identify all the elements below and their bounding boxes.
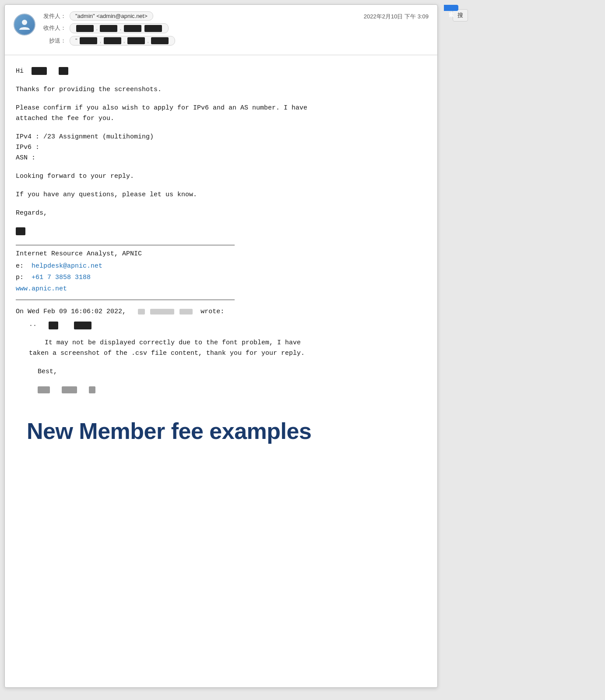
from-value: "admin" <admin@apnic.net> bbox=[70, 11, 153, 21]
para2: Please confirm if you also wish to apply… bbox=[16, 103, 426, 124]
signature-line-top bbox=[16, 245, 235, 245]
quoted-section: On Wed Feb 09 16:06:02 2022, wrote: ·· bbox=[16, 307, 426, 396]
avatar bbox=[14, 14, 38, 38]
name-redacted-2 bbox=[59, 67, 68, 75]
quoted-body: ·· It may not be displayed correctly due… bbox=[29, 321, 426, 396]
quoted-name-2 bbox=[74, 322, 91, 329]
sig-website-row: www.apnic.net bbox=[16, 284, 426, 294]
email-window: 搜 搜索 bbox=[4, 4, 438, 688]
to-value: , , bbox=[70, 23, 169, 33]
greeting-line: Hi bbox=[16, 66, 426, 77]
sig-website-link[interactable]: www.apnic.net bbox=[16, 285, 67, 293]
q-name-r2 bbox=[62, 386, 77, 393]
email-header: 发件人： "admin" <admin@apnic.net> 收件人： , , bbox=[5, 5, 437, 55]
to-row: 收件人： , , bbox=[42, 23, 429, 33]
footer-image-area: New Member fee examples bbox=[16, 404, 426, 458]
search-button[interactable]: 搜 bbox=[453, 9, 468, 21]
sig-phone-link[interactable]: +61 7 3858 3188 bbox=[32, 274, 91, 281]
quoted-name-1 bbox=[49, 322, 58, 329]
email-body: Hi Thanks for providing the screenshots.… bbox=[5, 55, 437, 469]
quoted-sender-redacted bbox=[138, 308, 197, 315]
quoted-dots-line: ·· bbox=[29, 321, 426, 331]
sig-title: Internet Resource Analyst, APNIC bbox=[16, 249, 426, 259]
to-label: 收件人： bbox=[42, 24, 66, 32]
quoted-sender-name bbox=[38, 385, 426, 396]
sig-email-row: e: helpdesk@apnic.net bbox=[16, 261, 426, 272]
sig-phone-row: p: +61 7 3858 3188 bbox=[16, 272, 426, 283]
quoted-best: Best, bbox=[38, 367, 426, 377]
sender-name-block bbox=[16, 227, 25, 235]
ipv4-line: IPv4 : /23 Assignment (multihoming) bbox=[16, 133, 154, 141]
quoted-header: On Wed Feb 09 16:06:02 2022, wrote: bbox=[16, 307, 426, 317]
name-redacted-1 bbox=[32, 67, 47, 75]
asn-line: ASN : bbox=[16, 154, 35, 162]
signature-line-bottom bbox=[16, 300, 235, 300]
cc-redacted-1 bbox=[80, 37, 97, 44]
ipv6-line: IPv6 : bbox=[16, 144, 39, 151]
to-redacted-4 bbox=[144, 25, 162, 32]
sig-phone-label: p: bbox=[16, 274, 24, 281]
regards: Regards, bbox=[16, 208, 426, 219]
cc-row: 抄送： " , , , bbox=[42, 36, 429, 46]
quoted-text: It may not be displayed correctly due to… bbox=[29, 338, 426, 359]
sig-email-link[interactable]: helpdesk@apnic.net bbox=[32, 262, 102, 270]
cc-label: 抄送： bbox=[42, 37, 66, 45]
sig-email-label: e: bbox=[16, 262, 24, 270]
side-tab[interactable]: 搜索 bbox=[444, 5, 458, 11]
from-label: 发件人： bbox=[42, 12, 66, 20]
para3: Looking forward to your reply. bbox=[16, 171, 426, 182]
q-name-r3 bbox=[89, 386, 95, 393]
wrote-suffix: wrote: bbox=[200, 308, 224, 315]
ip-lines: IPv4 : /23 Assignment (multihoming) IPv6… bbox=[16, 132, 426, 163]
signature-block: Internet Resource Analyst, APNIC e: help… bbox=[16, 245, 426, 300]
to-redacted-2 bbox=[100, 25, 117, 32]
to-redacted-3 bbox=[124, 25, 141, 32]
para1: Thanks for providing the screenshots. bbox=[16, 85, 426, 95]
to-redacted-1 bbox=[76, 25, 94, 32]
q-name-r1 bbox=[38, 386, 50, 393]
para4: If you have any questions, please let us… bbox=[16, 190, 426, 200]
svg-point-0 bbox=[22, 20, 27, 25]
cc-redacted-3 bbox=[127, 37, 145, 44]
cc-redacted-4 bbox=[151, 37, 169, 44]
timestamp: 2022年2月10日 下午 3:09 bbox=[364, 13, 429, 21]
sender-name-redacted bbox=[16, 226, 426, 237]
quoted-date: On Wed Feb 09 16:06:02 2022, bbox=[16, 308, 126, 315]
footer-title: New Member fee examples bbox=[27, 413, 415, 449]
cc-redacted-2 bbox=[104, 37, 121, 44]
cc-value: " , , , bbox=[70, 36, 175, 46]
